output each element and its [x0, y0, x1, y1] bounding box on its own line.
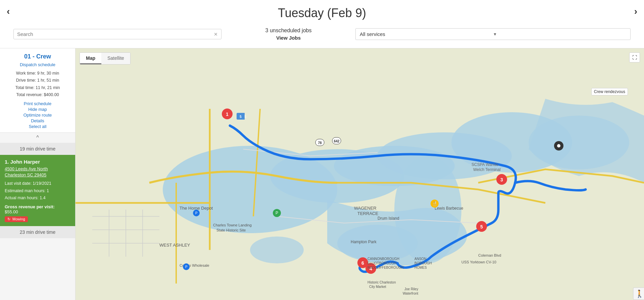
unscheduled-info: 3 unscheduled jobs View Jobs — [228, 28, 349, 41]
refresh-icon: ↻ — [7, 217, 10, 221]
svg-text:WAGENER: WAGENER — [354, 206, 377, 211]
svg-text:WEST ASHLEY: WEST ASHLEY — [159, 243, 190, 248]
svg-text:3: 3 — [500, 177, 503, 182]
svg-point-33 — [557, 144, 560, 147]
svg-text:🍴: 🍴 — [432, 201, 438, 207]
svg-text:78: 78 — [318, 141, 322, 145]
svg-text:P: P — [185, 265, 188, 269]
svg-text:🚶: 🚶 — [635, 289, 644, 298]
services-label: All services — [360, 31, 493, 37]
map-pin-1[interactable]: 1 — [222, 109, 233, 119]
service-badge: ↻ Mowing — [5, 216, 28, 222]
svg-text:6: 6 — [361, 260, 364, 266]
svg-text:USS Yorktown CV-10: USS Yorktown CV-10 — [461, 260, 496, 264]
dispatch-schedule-link[interactable]: Dispatch schedule — [4, 62, 71, 67]
drive-time-2-badge: 23 min drive time — [0, 226, 75, 238]
svg-text:SCSPA Wando: SCSPA Wando — [472, 162, 498, 167]
total-revenue: Total revenue: $400.00 — [4, 91, 71, 98]
crew-title: 01 - Crew — [4, 53, 71, 60]
svg-point-6 — [250, 237, 304, 263]
map-pin-5[interactable]: 5 — [476, 221, 487, 232]
svg-text:Joe Riley: Joe Riley — [404, 287, 418, 291]
svg-text:State Historic Site: State Historic Site — [216, 228, 246, 232]
map-tabs: Map Satellite — [80, 52, 131, 65]
svg-point-9 — [529, 116, 629, 169]
job-details: Last visit date: 1/19/2021 Estimated man… — [5, 180, 70, 202]
select-all-link[interactable]: Select all — [4, 124, 71, 129]
map-pin-3[interactable]: 3 — [496, 174, 507, 185]
fullscreen-button[interactable]: ⛶ — [629, 52, 640, 62]
svg-text:Charles Towne Landing: Charles Towne Landing — [213, 223, 252, 227]
total-time: Total time: 11 hr, 21 min — [4, 84, 71, 91]
map-view[interactable]: 1 3 4 5 — [76, 48, 644, 300]
gross-revenue-value: $55.00 — [5, 209, 18, 214]
street-view-icon[interactable]: 🚶 — [633, 288, 644, 300]
svg-text:ANSON: ANSON — [414, 257, 427, 261]
svg-text:Coleman Blvd: Coleman Blvd — [478, 253, 501, 257]
toolbar: ✕ 3 unscheduled jobs View Jobs All servi… — [7, 24, 637, 45]
map-area: Map Satellite ⛶ Crew rendezvous — [76, 48, 644, 300]
estimated-hours: Estimated man hours: 1 — [5, 187, 70, 195]
svg-text:BOROUGH: BOROUGH — [414, 261, 432, 265]
unscheduled-count: 3 unscheduled jobs — [265, 28, 312, 33]
svg-text:Lewis Barbecue: Lewis Barbecue — [435, 206, 463, 211]
svg-text:ELLIOTBOROUGH: ELLIOTBOROUGH — [367, 261, 396, 265]
print-schedule-link[interactable]: Print schedule — [4, 101, 71, 106]
svg-text:1: 1 — [226, 112, 229, 117]
prev-day-button[interactable]: ‹ — [7, 6, 10, 17]
drive-time-stat: Drive time: 1 hr, 51 min — [4, 77, 71, 84]
job-revenue: Gross revenue per visit: $55.00 — [5, 204, 70, 214]
job-address-line2[interactable]: Charleston SC 29405 — [5, 172, 70, 178]
left-panel: 01 - Crew Dispatch schedule Work time: 9… — [0, 48, 76, 300]
job-name: 1. John Harper — [5, 159, 70, 165]
hide-map-link[interactable]: Hide map — [4, 107, 71, 112]
gross-revenue-label: Gross revenue per visit: — [5, 204, 55, 209]
next-day-button[interactable]: › — [634, 6, 637, 17]
svg-text:Historic Charleston: Historic Charleston — [367, 281, 396, 284]
svg-text:TERRACE: TERRACE — [357, 211, 378, 216]
job-card-1: 1. John Harper 4500 Leeds Ave North Char… — [0, 155, 75, 226]
svg-text:5: 5 — [480, 224, 483, 229]
work-time: Work time: 9 hr, 30 min — [4, 70, 71, 77]
svg-text:P: P — [195, 211, 198, 215]
svg-text:Welch Terminal: Welch Terminal — [473, 167, 501, 172]
actual-hours: Actual man hours: 1.4 — [5, 195, 70, 202]
svg-text:City Market: City Market — [369, 285, 386, 289]
svg-text:5: 5 — [240, 115, 242, 119]
main-content: 01 - Crew Dispatch schedule Work time: 9… — [0, 48, 644, 300]
svg-text:RADCLIFFEBOROUGH: RADCLIFFEBOROUGH — [367, 266, 403, 269]
svg-text:HOMES: HOMES — [414, 266, 427, 269]
header: Tuesday (Feb 9) ‹ › ✕ 3 unscheduled jobs… — [0, 0, 644, 48]
svg-text:Drum Island: Drum Island — [378, 216, 399, 221]
svg-text:Waterfront: Waterfront — [403, 292, 418, 295]
svg-text:CANNONBOROUGH: CANNONBOROUGH — [367, 257, 399, 261]
svg-text:5: 5 — [244, 115, 246, 119]
services-dropdown[interactable]: All services ▼ — [355, 28, 631, 40]
drive-time-1-badge: 19 min drive time — [0, 143, 75, 155]
job-address-line1[interactable]: 4500 Leeds Ave North — [5, 166, 70, 172]
crew-links: Print schedule Hide map Optimize route D… — [4, 101, 71, 129]
search-box: ✕ — [13, 29, 221, 39]
search-input[interactable] — [17, 31, 211, 37]
crew-rendezvous-pin[interactable] — [554, 141, 563, 151]
svg-text:P: P — [276, 211, 278, 215]
optimize-route-link[interactable]: Optimize route — [4, 113, 71, 118]
svg-text:Hampton Park: Hampton Park — [351, 240, 377, 244]
collapse-button[interactable]: ^ — [0, 133, 75, 143]
page-title: Tuesday (Feb 9) — [7, 3, 637, 24]
search-clear-button[interactable]: ✕ — [214, 32, 218, 37]
tab-satellite[interactable]: Satellite — [101, 53, 130, 64]
crew-header: 01 - Crew Dispatch schedule Work time: 9… — [0, 48, 75, 133]
crew-stats: Work time: 9 hr, 30 min Drive time: 1 hr… — [4, 70, 71, 98]
service-label: Mowing — [12, 217, 25, 221]
map-pin-6[interactable]: 6 — [357, 257, 368, 268]
last-visit: Last visit date: 1/19/2021 — [5, 180, 70, 187]
svg-text:642: 642 — [334, 139, 340, 143]
tab-map[interactable]: Map — [80, 53, 101, 64]
details-link[interactable]: Details — [4, 118, 71, 123]
view-jobs-link[interactable]: View Jobs — [228, 35, 349, 41]
chevron-down-icon: ▼ — [493, 32, 626, 37]
crew-rendezvous-label: Crew rendezvous — [591, 88, 628, 95]
